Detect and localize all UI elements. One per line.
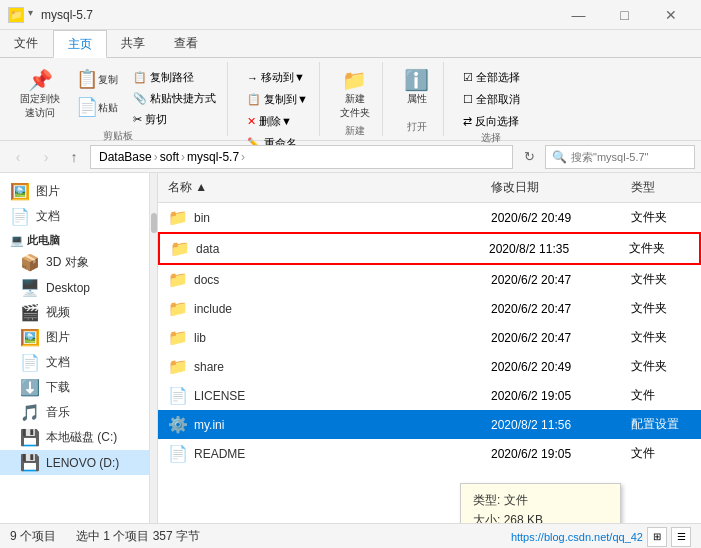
back-button[interactable]: ‹ <box>6 145 30 169</box>
copy-to-label: 复制到▼ <box>264 92 308 107</box>
delete-button[interactable]: ✕ 删除▼ <box>242 112 313 131</box>
documents-label-1: 文档 <box>36 208 60 225</box>
paste-button[interactable]: 📄 粘贴 <box>70 94 124 120</box>
move-to-button[interactable]: → 移动到▼ <box>242 68 313 87</box>
file-row-share[interactable]: 📁 share 2020/6/2 20:49 文件夹 <box>158 352 701 381</box>
properties-icon: ℹ️ <box>404 70 429 90</box>
data-name: data <box>196 242 219 256</box>
new-group-label: 新建 <box>345 124 365 140</box>
file-row-data[interactable]: 📁 data 2020/8/2 11:35 文件夹 <box>158 232 701 265</box>
file-row-myini[interactable]: ⚙️ my.ini 2020/8/2 11:56 配置设置 <box>158 410 701 439</box>
sidebar-item-drive-c[interactable]: 💾 本地磁盘 (C:) <box>0 425 149 450</box>
pin-to-quick-access-button[interactable]: 📌 固定到快速访问 <box>14 66 66 124</box>
invert-selection-button[interactable]: ⇄ 反向选择 <box>458 112 525 131</box>
move-to-label: 移动到▼ <box>261 70 305 85</box>
file-row-license[interactable]: 📄 LICENSE 2020/6/2 19:05 文件 <box>158 381 701 410</box>
desktop-icon: 🖥️ <box>20 278 40 297</box>
up-button[interactable]: ↑ <box>62 145 86 169</box>
lib-name: lib <box>194 331 206 345</box>
sidebar-item-desktop[interactable]: 🖥️ Desktop <box>0 275 149 300</box>
lib-type: 文件夹 <box>621 327 701 348</box>
downloads-icon: ⬇️ <box>20 378 40 397</box>
col-header-type[interactable]: 类型 <box>621 177 701 198</box>
sidebar-item-downloads[interactable]: ⬇️ 下载 <box>0 375 149 400</box>
refresh-button[interactable]: ↻ <box>517 145 541 169</box>
3d-label: 3D 对象 <box>46 254 89 271</box>
sidebar-item-3d[interactable]: 📦 3D 对象 <box>0 250 149 275</box>
ribbon-group-organize: → 移动到▼ 📋 复制到▼ ✕ 删除▼ ✏️ 重命名 <box>236 62 320 136</box>
drive-d-label: LENOVO (D:) <box>46 456 119 470</box>
downloads-label: 下载 <box>46 379 70 396</box>
invert-icon: ⇄ <box>463 115 472 128</box>
readme-file-icon: 📄 <box>168 444 188 463</box>
paste-icon: 📄 <box>76 98 98 116</box>
copy-button[interactable]: 📋 复制 <box>70 66 124 92</box>
left-scrollbar[interactable] <box>150 173 158 523</box>
deselect-all-button[interactable]: ☐ 全部取消 <box>458 90 525 109</box>
paste-shortcut-button[interactable]: 📎 粘贴快捷方式 <box>128 89 221 108</box>
file-row-lib[interactable]: 📁 lib 2020/6/2 20:47 文件夹 <box>158 323 701 352</box>
cut-button[interactable]: ✂ 剪切 <box>128 110 221 129</box>
status-selected: 选中 1 个项目 357 字节 <box>76 528 200 545</box>
sidebar-item-video[interactable]: 🎬 视频 <box>0 300 149 325</box>
status-bar: 9 个项目 选中 1 个项目 357 字节 https://blog.csdn.… <box>0 523 701 548</box>
sidebar-item-documents2[interactable]: 📄 文档 <box>0 350 149 375</box>
tab-home[interactable]: 主页 <box>53 30 107 58</box>
select-all-button[interactable]: ☑ 全部选择 <box>458 68 525 87</box>
share-folder-icon: 📁 <box>168 357 188 376</box>
minimize-button[interactable]: — <box>556 0 601 30</box>
path-sep-3: › <box>241 150 245 164</box>
tab-share[interactable]: 共享 <box>107 30 160 57</box>
address-bar: ‹ › ↑ DataBase › soft › mysql-5.7 › ↻ 🔍 <box>0 141 701 173</box>
tooltip-size: 大小: 268 KB <box>473 512 608 523</box>
share-type: 文件夹 <box>621 356 701 377</box>
close-button[interactable]: ✕ <box>648 0 693 30</box>
docs-date: 2020/6/2 20:47 <box>481 271 621 289</box>
sidebar-item-pictures1[interactable]: 🖼️ 图片 <box>0 179 149 204</box>
sidebar: 🖼️ 图片 📄 文档 💻 此电脑 📦 3D 对象 🖥️ Desktop 🎬 视频… <box>0 173 150 523</box>
file-row-docs[interactable]: 📁 docs 2020/6/2 20:47 文件夹 <box>158 265 701 294</box>
title-text: mysql-5.7 <box>41 8 556 22</box>
col-header-name[interactable]: 名称 ▲ <box>158 177 481 198</box>
col-header-date[interactable]: 修改日期 <box>481 177 621 198</box>
lib-date: 2020/6/2 20:47 <box>481 329 621 347</box>
search-box: 🔍 <box>545 145 695 169</box>
drive-c-icon: 💾 <box>20 428 40 447</box>
file-row-include[interactable]: 📁 include 2020/6/2 20:47 文件夹 <box>158 294 701 323</box>
myini-file-icon: ⚙️ <box>168 415 188 434</box>
new-folder-button[interactable]: 📁 新建文件夹 <box>334 66 376 124</box>
tab-view[interactable]: 查看 <box>160 30 213 57</box>
file-row-readme[interactable]: 📄 README 2020/6/2 19:05 文件 <box>158 439 701 468</box>
ribbon: 文件 主页 共享 查看 📌 固定到快速访问 📋 复制 📄 粘贴 <box>0 30 701 141</box>
properties-button[interactable]: ℹ️ 属性 <box>397 66 437 110</box>
search-input[interactable] <box>571 151 688 163</box>
sidebar-item-pictures2[interactable]: 🖼️ 图片 <box>0 325 149 350</box>
readme-date: 2020/6/2 19:05 <box>481 445 621 463</box>
data-folder-icon: 📁 <box>170 239 190 258</box>
ribbon-group-new: 📁 新建文件夹 新建 <box>328 62 383 136</box>
pictures-icon-2: 🖼️ <box>20 328 40 347</box>
myini-date: 2020/8/2 11:56 <box>481 416 621 434</box>
copy-to-button[interactable]: 📋 复制到▼ <box>242 90 313 109</box>
this-pc-header: 💻 此电脑 <box>0 229 149 250</box>
sidebar-item-music[interactable]: 🎵 音乐 <box>0 400 149 425</box>
invert-label: 反向选择 <box>475 114 519 129</box>
pictures-label-2: 图片 <box>46 329 70 346</box>
sidebar-item-documents1[interactable]: 📄 文档 <box>0 204 149 229</box>
copy-path-button[interactable]: 📋 复制路径 <box>128 68 221 87</box>
myini-name: my.ini <box>194 418 224 432</box>
address-path[interactable]: DataBase › soft › mysql-5.7 › <box>90 145 513 169</box>
forward-button[interactable]: › <box>34 145 58 169</box>
view-btn-list[interactable]: ☰ <box>671 527 691 547</box>
open-content: ℹ️ 属性 <box>397 62 437 120</box>
sidebar-item-drive-d[interactable]: 💾 LENOVO (D:) <box>0 450 149 475</box>
path-segment-1: DataBase <box>99 150 152 164</box>
path-sep-2: › <box>181 150 185 164</box>
docs-name: docs <box>194 273 219 287</box>
tab-file[interactable]: 文件 <box>0 30 53 57</box>
video-label: 视频 <box>46 304 70 321</box>
title-bar-icons: 📁 ▾ <box>8 7 33 23</box>
file-row-bin[interactable]: 📁 bin 2020/6/2 20:49 文件夹 <box>158 203 701 232</box>
view-btn-grid[interactable]: ⊞ <box>647 527 667 547</box>
maximize-button[interactable]: □ <box>602 0 647 30</box>
